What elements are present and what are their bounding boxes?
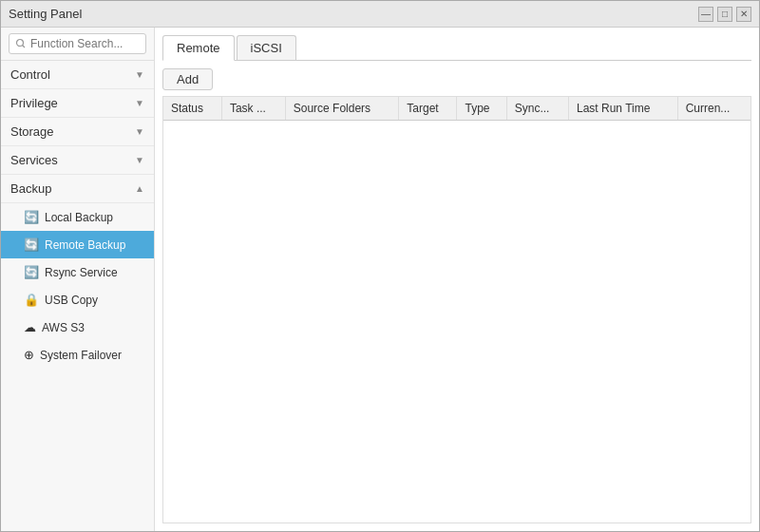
col-sync: Sync... xyxy=(506,97,568,121)
sidebar-group-services-label: Services xyxy=(10,153,58,167)
col-task: Task ... xyxy=(221,97,285,121)
privilege-arrow-icon: ▼ xyxy=(135,98,144,108)
col-type: Type xyxy=(457,97,506,121)
table-container: Status Task ... Source Folders Target Ty… xyxy=(162,96,751,523)
sidebar-item-usb-copy[interactable]: 🔒 USB Copy xyxy=(1,286,154,314)
table-header-row: Status Task ... Source Folders Target Ty… xyxy=(163,97,750,121)
toolbar: Add xyxy=(162,68,751,90)
maximize-button[interactable]: □ xyxy=(717,7,732,22)
minimize-button[interactable]: — xyxy=(698,7,713,22)
local-backup-icon: 🔄 xyxy=(24,210,39,224)
title-bar: Setting Panel — □ ✕ xyxy=(1,1,759,28)
title-bar-left: Setting Panel xyxy=(9,7,82,21)
sidebar-item-aws-s3[interactable]: ☁ AWS S3 xyxy=(1,314,154,341)
col-target: Target xyxy=(399,97,457,121)
backup-arrow-icon: ▲ xyxy=(135,183,144,194)
sidebar-group-control-label: Control xyxy=(10,67,50,82)
storage-arrow-icon: ▼ xyxy=(135,126,144,137)
search-input[interactable] xyxy=(9,33,146,54)
remote-backup-label: Remote Backup xyxy=(45,238,125,252)
sidebar-item-remote-backup[interactable]: 🔄 Remote Backup xyxy=(1,231,154,258)
content-area: Remote iSCSI Add Status Task ... Source … xyxy=(155,28,759,531)
sidebar-group-storage[interactable]: Storage ▼ xyxy=(1,118,154,146)
close-button[interactable]: ✕ xyxy=(736,7,751,22)
col-source: Source Folders xyxy=(285,97,399,121)
tab-iscsi[interactable]: iSCSI xyxy=(237,35,296,60)
aws-s3-icon: ☁ xyxy=(24,320,36,334)
sidebar-section: Control ▼ Privilege ▼ Storage ▼ Services… xyxy=(1,61,154,369)
tab-remote[interactable]: Remote xyxy=(162,35,235,61)
sidebar-item-local-backup[interactable]: 🔄 Local Backup xyxy=(1,203,154,231)
table-head: Status Task ... Source Folders Target Ty… xyxy=(163,97,750,121)
main-layout: Control ▼ Privilege ▼ Storage ▼ Services… xyxy=(1,28,759,531)
sidebar-group-privilege[interactable]: Privilege ▼ xyxy=(1,89,154,118)
local-backup-label: Local Backup xyxy=(45,211,113,224)
rsync-service-label: Rsync Service xyxy=(45,266,118,279)
sidebar-group-backup-label: Backup xyxy=(10,181,51,196)
col-status: Status xyxy=(163,97,221,121)
title-bar-controls: — □ ✕ xyxy=(698,7,751,22)
sidebar-group-services[interactable]: Services ▼ xyxy=(1,146,154,175)
system-failover-icon: ⊕ xyxy=(24,348,34,362)
control-arrow-icon: ▼ xyxy=(135,69,144,80)
remote-backup-icon: 🔄 xyxy=(24,238,39,252)
backup-sub-items: 🔄 Local Backup 🔄 Remote Backup 🔄 Rsync S… xyxy=(1,203,154,369)
add-button[interactable]: Add xyxy=(162,68,213,90)
setting-panel-window: Setting Panel — □ ✕ Control ▼ Privilege xyxy=(0,0,760,532)
tabs-bar: Remote iSCSI xyxy=(162,35,751,61)
rsync-icon: 🔄 xyxy=(24,265,39,279)
usb-copy-label: USB Copy xyxy=(45,294,98,307)
usb-copy-icon: 🔒 xyxy=(24,293,39,307)
services-arrow-icon: ▼ xyxy=(135,155,144,165)
sidebar-group-privilege-label: Privilege xyxy=(10,96,58,110)
data-table: Status Task ... Source Folders Target Ty… xyxy=(163,97,750,121)
sidebar-group-storage-label: Storage xyxy=(10,124,54,139)
sidebar: Control ▼ Privilege ▼ Storage ▼ Services… xyxy=(1,28,155,531)
system-failover-label: System Failover xyxy=(40,349,122,362)
sidebar-item-system-failover[interactable]: ⊕ System Failover xyxy=(1,341,154,369)
window-title: Setting Panel xyxy=(9,7,82,21)
col-current: Curren... xyxy=(677,97,750,121)
sidebar-group-backup[interactable]: Backup ▲ xyxy=(1,175,154,203)
col-last-run: Last Run Time xyxy=(568,97,677,121)
search-box xyxy=(1,28,154,61)
aws-s3-label: AWS S3 xyxy=(42,321,85,334)
sidebar-group-control[interactable]: Control ▼ xyxy=(1,61,154,89)
sidebar-item-rsync-service[interactable]: 🔄 Rsync Service xyxy=(1,258,154,286)
